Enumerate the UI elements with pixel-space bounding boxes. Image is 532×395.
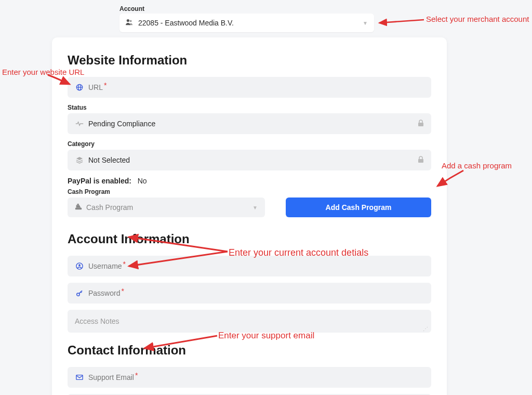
- form-card: Website Information URL * Status Pending…: [52, 37, 447, 395]
- account-select[interactable]: 22085 - Eastwood Media B.V. ▼: [119, 14, 374, 32]
- svg-point-1: [130, 20, 132, 22]
- paypal-row: PayPal is enabled: No: [68, 177, 431, 185]
- paypal-label: PayPal is enabled:: [68, 177, 131, 185]
- chevron-down-icon: ▼: [363, 20, 368, 26]
- status-field: Pending Compliance: [68, 113, 431, 134]
- username-input[interactable]: Username *: [68, 256, 431, 276]
- cash-program-placeholder: Cash Program: [86, 203, 133, 212]
- password-label: Password: [88, 289, 120, 297]
- account-value: 22085 - Eastwood Media B.V.: [138, 19, 234, 27]
- required-marker: *: [135, 371, 138, 379]
- account-label: Account: [119, 5, 144, 12]
- required-marker: *: [123, 260, 126, 268]
- username-label: Username: [88, 262, 122, 270]
- envelope-icon: [75, 374, 84, 380]
- svg-rect-5: [418, 123, 423, 126]
- support-email-label: Support Email: [88, 373, 134, 381]
- user-circle-icon: [75, 262, 84, 270]
- password-input[interactable]: Password *: [68, 283, 431, 304]
- cash-program-select[interactable]: Cash Program ▼: [68, 198, 265, 217]
- url-label: URL: [88, 83, 103, 91]
- lock-icon: [418, 156, 424, 165]
- svg-rect-8: [77, 203, 79, 205]
- resize-grip-icon: ⋰: [423, 327, 428, 331]
- required-marker: *: [104, 81, 107, 89]
- category-label: Category: [68, 140, 431, 148]
- website-info-heading: Website Information: [68, 53, 431, 68]
- user-icon: [126, 19, 133, 28]
- svg-point-0: [127, 19, 129, 21]
- account-info-heading: Account Information: [68, 232, 431, 246]
- svg-rect-12: [76, 375, 83, 380]
- url-input[interactable]: URL *: [68, 77, 431, 98]
- layers-icon: [75, 156, 84, 164]
- cash-program-label: Cash Program: [68, 188, 265, 195]
- key-icon: [75, 289, 84, 297]
- cash-register-icon: [75, 203, 82, 212]
- category-value: Not Selected: [88, 156, 130, 164]
- pulse-icon: [75, 121, 84, 127]
- contact-info-heading: Contact Information: [68, 343, 431, 358]
- status-label: Status: [68, 104, 431, 111]
- access-notes-textarea[interactable]: Access Notes ⋰: [68, 310, 431, 333]
- svg-point-10: [78, 264, 81, 266]
- arrow-icon: [377, 16, 425, 26]
- support-email-input[interactable]: Support Email *: [68, 367, 431, 388]
- lock-icon: [418, 120, 424, 128]
- status-value: Pending Compliance: [88, 120, 155, 128]
- svg-line-14: [379, 20, 424, 23]
- globe-icon: [75, 84, 84, 91]
- paypal-value: No: [138, 177, 147, 185]
- required-marker: *: [121, 287, 124, 295]
- annotation-add-cash: Add a cash program: [442, 161, 512, 170]
- svg-rect-6: [418, 159, 423, 163]
- access-notes-placeholder: Access Notes: [75, 317, 119, 325]
- category-field: Not Selected: [68, 150, 431, 170]
- add-cash-program-button[interactable]: Add Cash Program: [286, 198, 431, 217]
- svg-rect-7: [75, 207, 82, 209]
- chevron-down-icon: ▼: [252, 205, 258, 210]
- annotation-select-account: Select your merchant account: [426, 15, 529, 23]
